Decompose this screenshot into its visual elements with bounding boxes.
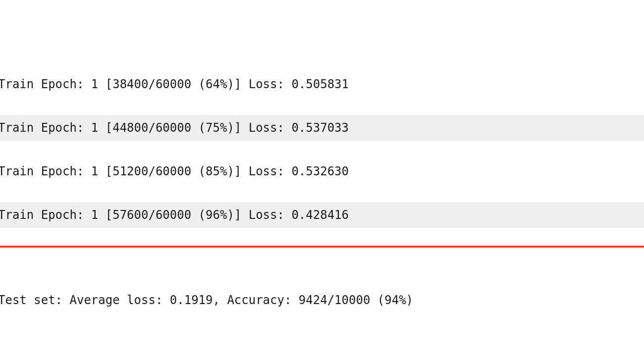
log-line-test-results: Test set: Average loss: 0.1919, Accuracy…: [0, 289, 644, 311]
log-line-train: Train Epoch: 1 [44800/60000 (75%)] Loss:…: [0, 115, 644, 141]
log-line-train: Train Epoch: 1 [57600/60000 (96%)] Loss:…: [0, 202, 644, 228]
highlight-annotation-box: Test set: Average loss: 0.1919, Accuracy…: [0, 246, 644, 362]
log-line-train: Train Epoch: 1 [51200/60000 (85%)] Loss:…: [0, 158, 644, 184]
log-line-train: Train Epoch: 1 [38400/60000 (64%)] Loss:…: [0, 71, 644, 97]
